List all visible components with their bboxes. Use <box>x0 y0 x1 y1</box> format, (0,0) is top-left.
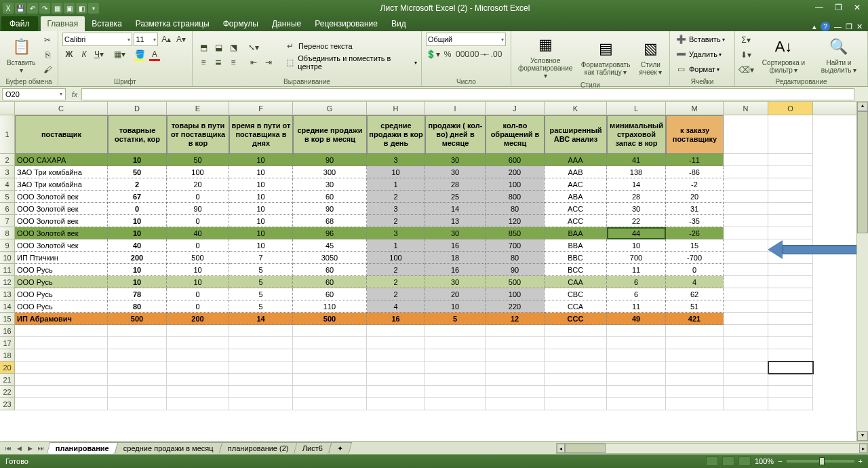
redo-icon[interactable]: ↷ <box>39 3 50 14</box>
cell[interactable] <box>293 398 367 410</box>
data-cell[interactable]: 200 <box>108 252 167 264</box>
data-cell[interactable]: 200 <box>167 313 229 325</box>
data-cell[interactable]: 3 <box>367 154 425 166</box>
undo-icon[interactable]: ↶ <box>27 3 38 14</box>
cell[interactable] <box>293 349 367 362</box>
table-header[interactable]: минимальный страховой запас в кор <box>607 115 666 154</box>
data-cell[interactable]: 850 <box>486 227 545 239</box>
data-cell[interactable]: 10 <box>108 227 167 239</box>
cell[interactable] <box>545 362 607 374</box>
save-icon[interactable]: 💾 <box>15 3 26 14</box>
insert-cells-button[interactable]: ➕Вставить▾ <box>674 33 730 46</box>
data-cell[interactable]: 44 <box>607 227 666 239</box>
data-cell[interactable]: ООО Золотой век <box>15 191 108 203</box>
data-cell[interactable]: 10 <box>229 215 293 227</box>
cell[interactable] <box>607 362 666 374</box>
data-cell[interactable]: 0 <box>108 203 167 215</box>
cell[interactable] <box>15 325 108 337</box>
zoom-level[interactable]: 100% <box>755 457 774 465</box>
minimize-ribbon-icon[interactable]: ▴ <box>812 22 816 31</box>
cell[interactable] <box>108 398 167 410</box>
data-cell[interactable]: 80 <box>108 300 167 313</box>
font-size-combo[interactable]: 11▾ <box>134 33 158 46</box>
sheet-tab[interactable]: Лист6 <box>294 442 332 454</box>
data-cell[interactable]: 45 <box>293 239 367 252</box>
data-cell[interactable]: ABA <box>545 191 607 203</box>
data-cell[interactable]: 1 <box>367 239 425 252</box>
data-cell[interactable]: 30 <box>425 154 486 166</box>
cell[interactable] <box>724 325 768 337</box>
data-cell[interactable]: 60 <box>293 191 367 203</box>
delete-cells-button[interactable]: ➖Удалить▾ <box>674 47 730 61</box>
data-cell[interactable]: AAB <box>545 166 607 178</box>
cell[interactable] <box>293 337 367 349</box>
data-cell[interactable]: 41 <box>607 154 666 166</box>
restore-button[interactable]: ❐ <box>830 3 846 14</box>
cell[interactable] <box>108 374 167 386</box>
cell[interactable] <box>768 325 813 337</box>
cell[interactable] <box>167 386 229 398</box>
fill-color-button[interactable]: 🪣 <box>133 47 146 61</box>
cell[interactable] <box>486 337 545 349</box>
data-cell[interactable]: 2 <box>367 191 425 203</box>
table-header[interactable]: к заказу поставщику <box>666 115 724 154</box>
data-cell[interactable]: 10 <box>229 178 293 191</box>
row-header[interactable]: 2 <box>0 154 15 166</box>
decrease-decimal-icon[interactable]: ←.00 <box>486 47 499 61</box>
data-cell[interactable]: ООО Русь <box>15 300 108 313</box>
ribbon-tab-3[interactable]: Формулы <box>216 16 265 31</box>
data-cell[interactable]: ЗАО Три комбайна <box>15 178 108 191</box>
cell[interactable] <box>724 276 768 288</box>
data-cell[interactable]: 20 <box>425 288 486 300</box>
data-cell[interactable]: 220 <box>486 300 545 313</box>
page-layout-view-icon[interactable] <box>722 456 734 466</box>
cell[interactable] <box>607 386 666 398</box>
cell[interactable] <box>545 337 607 349</box>
cell[interactable] <box>425 398 486 410</box>
cell[interactable] <box>607 349 666 362</box>
table-header[interactable]: продажи ( кол-во) дней в месяце <box>425 115 486 154</box>
data-cell[interactable]: 40 <box>108 239 167 252</box>
normal-view-icon[interactable] <box>706 456 718 466</box>
data-cell[interactable]: 10 <box>229 203 293 215</box>
data-cell[interactable]: -26 <box>666 227 724 239</box>
row-header[interactable]: 11 <box>0 264 15 276</box>
data-cell[interactable]: AAC <box>545 178 607 191</box>
data-cell[interactable]: 2 <box>367 276 425 288</box>
data-cell[interactable]: CBC <box>545 288 607 300</box>
cell[interactable] <box>666 386 724 398</box>
cell[interactable] <box>724 166 768 178</box>
data-cell[interactable]: BBA <box>545 239 607 252</box>
cell[interactable] <box>724 191 768 203</box>
data-cell[interactable]: 138 <box>607 166 666 178</box>
cell[interactable] <box>229 337 293 349</box>
orientation-icon[interactable]: ⤡▾ <box>247 41 260 54</box>
data-cell[interactable]: 0 <box>167 191 229 203</box>
cell-styles-button[interactable]: ▧Стили ячеек ▾ <box>636 37 665 77</box>
workbook-minimize-icon[interactable]: — <box>834 22 842 31</box>
cell[interactable] <box>724 178 768 191</box>
data-cell[interactable]: CCC <box>545 313 607 325</box>
data-cell[interactable]: ACC <box>545 203 607 215</box>
select-all-corner[interactable] <box>0 102 15 115</box>
cell[interactable] <box>545 398 607 410</box>
data-cell[interactable]: 2 <box>108 178 167 191</box>
data-cell[interactable]: 2 <box>367 288 425 300</box>
next-sheet-icon[interactable]: ▶ <box>24 443 35 454</box>
cell[interactable] <box>167 337 229 349</box>
cell[interactable] <box>486 349 545 362</box>
data-cell[interactable]: 0 <box>167 300 229 313</box>
cell[interactable] <box>768 398 813 410</box>
row-header[interactable]: 18 <box>0 349 15 362</box>
data-cell[interactable]: 0 <box>666 264 724 276</box>
increase-font-icon[interactable]: A▴ <box>159 33 173 46</box>
data-cell[interactable]: 421 <box>666 313 724 325</box>
cell[interactable] <box>229 362 293 374</box>
data-cell[interactable]: 300 <box>293 166 367 178</box>
data-cell[interactable]: 100 <box>367 252 425 264</box>
formula-input[interactable] <box>81 88 854 100</box>
cell[interactable] <box>167 325 229 337</box>
paste-button[interactable]: 📋 Вставить▾ <box>4 35 38 75</box>
data-cell[interactable]: ООО САХАРА <box>15 154 108 166</box>
scroll-thumb[interactable] <box>857 111 868 233</box>
